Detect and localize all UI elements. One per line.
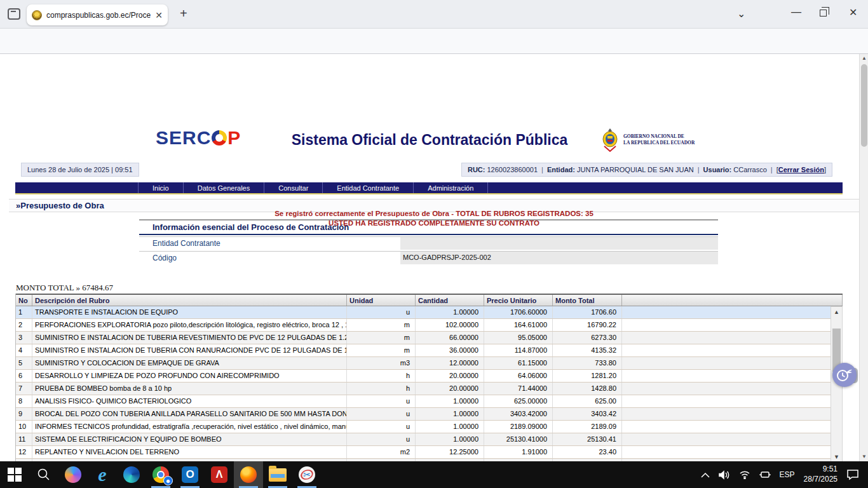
taskbar-search-button[interactable] <box>29 461 58 488</box>
column-header-descripcion-del-rubro[interactable]: Descripción del Rubro <box>32 295 347 306</box>
tab-close-icon[interactable]: ✕ <box>155 10 163 20</box>
table-row[interactable]: 6DESARROLLO Y LIMPIEZA DE POZO PROFUNDO … <box>16 370 843 383</box>
table-row[interactable]: 1TRANSPORTE E INSTALACION DE EQUIPOu1.00… <box>16 306 843 319</box>
taskbar-outlook-button[interactable]: O <box>175 461 205 488</box>
cell-cantidad: 12.00000 <box>416 357 484 369</box>
cell-monto_total: 4135.32 <box>553 344 622 356</box>
start-button[interactable] <box>0 461 29 488</box>
cell-unidad: m <box>347 332 416 344</box>
close-window-button[interactable]: ✕ <box>849 6 857 18</box>
cell-monto_total: 733.80 <box>553 357 622 369</box>
acrobat-icon: Λ <box>211 466 227 483</box>
table-row[interactable]: 11SISTEMA DE ELECTRIFICACION Y EQUIPO DE… <box>16 433 843 446</box>
cell-descripcion: TRANSPORTE E INSTALACION DE EQUIPO <box>32 306 347 318</box>
browser-scrollbar[interactable]: ▲ ▼ <box>859 54 868 461</box>
cell-cantidad: 36.00000 <box>416 344 484 356</box>
cell-filler <box>622 383 843 395</box>
table-row[interactable]: 7PRUEBA DE BOMBEO bomba de 8 a 10 hph20.… <box>16 383 843 395</box>
table-row[interactable]: 2PERFORACIONES EXPLORATORIA pozo piloto,… <box>16 319 843 332</box>
column-header-precio-unitario[interactable]: Precio Unitario <box>484 295 553 306</box>
language-indicator[interactable]: ESP <box>780 470 795 479</box>
cell-unidad: u <box>347 433 416 445</box>
restore-button[interactable] <box>820 8 827 17</box>
column-header-no[interactable]: No <box>16 295 32 306</box>
cell-no: 12 <box>16 446 32 458</box>
menu-item-inicio[interactable]: Inicio <box>138 182 183 193</box>
info-value: MCO-GADPRSJP-2025-002 <box>400 252 718 264</box>
cell-unidad: u <box>347 306 416 318</box>
taskbar-chrome-button[interactable]: ☻ <box>146 461 175 488</box>
tray-chevron-up-icon[interactable] <box>701 472 710 478</box>
table-row[interactable]: 8ANALISIS FISICO- QUIMICO BACTERIOLOGICO… <box>16 395 843 408</box>
cell-unidad: m <box>347 344 416 356</box>
cell-filler <box>622 408 843 420</box>
cell-cantidad: 66.00000 <box>416 332 484 344</box>
minimize-button[interactable]: — <box>791 6 801 18</box>
column-header-monto-total[interactable]: Monto Total <box>553 295 622 306</box>
taskbar-firefox-button[interactable] <box>234 461 263 488</box>
cell-precio_unitario: 164.61000 <box>484 319 553 331</box>
taskbar-ie-button[interactable]: e <box>88 461 117 488</box>
scroll-down-icon[interactable]: ▼ <box>860 452 868 461</box>
table-row[interactable]: 3SUMINISTRO E INSTALACION DE TUBERIA REV… <box>16 332 843 344</box>
datetime-bar: Lunes 28 de Julio de 2025 | 09:51 <box>21 163 139 177</box>
cell-descripcion: REPLANTEO Y NIVELACION DEL TERRENO <box>32 446 347 458</box>
extension-clock-badge[interactable] <box>832 363 857 387</box>
cell-unidad: u <box>347 408 416 420</box>
cell-no: 7 <box>16 383 32 395</box>
cell-precio_unitario: 1706.60000 <box>484 306 553 318</box>
wifi-icon[interactable] <box>739 470 750 479</box>
taskbar-acrobat-button[interactable]: Λ <box>205 461 234 488</box>
cell-unidad: m3 <box>347 357 416 369</box>
table-row[interactable]: 5SUMINISTRO Y COLOCACION DE EMPAQUE DE G… <box>16 357 843 370</box>
column-header-unidad[interactable]: Unidad <box>347 295 416 306</box>
cell-no: 1 <box>16 306 32 318</box>
list-tabs-chevron-icon[interactable]: ⌄ <box>737 8 745 20</box>
menu-item-entidad-contratante[interactable]: Entidad Contratante <box>322 182 413 193</box>
table-row[interactable]: 12REPLANTEO Y NIVELACION DEL TERRENOm212… <box>16 446 843 459</box>
windows-taskbar: e ☻ O Λ ✂ ESP 9:51 28/7/2025 <box>0 461 868 488</box>
cell-no: 9 <box>16 408 32 420</box>
clock[interactable]: 9:51 28/7/2025 <box>804 464 837 484</box>
cell-cantidad: 1.00000 <box>416 433 484 445</box>
info-value <box>400 237 718 250</box>
menu-item-administracion[interactable]: Administración <box>413 182 488 193</box>
column-header-cantidad[interactable]: Cantidad <box>416 295 484 306</box>
new-tab-button[interactable]: + <box>180 6 187 21</box>
table-scroll-up-icon[interactable]: ▲ <box>831 307 842 317</box>
taskbar-explorer-button[interactable] <box>263 461 292 488</box>
cell-unidad: h <box>347 383 416 395</box>
breadcrumb: »Presupuesto de Obra <box>9 201 104 210</box>
table-row[interactable]: 10INFORMES TECNICOS profundidad, estrati… <box>16 421 843 433</box>
table-row[interactable]: 9BROCAL DEL POZO CON TUBERIA ANILLADA PA… <box>16 408 843 421</box>
display-connect-icon[interactable] <box>759 470 771 479</box>
taskbar-edge-button[interactable] <box>117 461 146 488</box>
menu-item-consultar[interactable]: Consultar <box>264 182 322 193</box>
cell-monto_total: 2189.09 <box>553 421 622 433</box>
taskbar-copilot-button[interactable] <box>58 461 88 488</box>
firefox-icon <box>240 466 257 483</box>
scroll-up-icon[interactable]: ▲ <box>860 54 868 63</box>
cell-cantidad: 1.00000 <box>416 306 484 318</box>
cell-descripcion: DESARROLLO Y LIMPIEZA DE POZO PROFUNDO C… <box>32 370 347 382</box>
notification-center-icon[interactable] <box>846 469 859 480</box>
cell-precio_unitario: 3403.42000 <box>484 408 553 420</box>
cell-unidad: u <box>347 395 416 407</box>
tray-date: 28/7/2025 <box>804 475 837 485</box>
scrollbar-thumb[interactable] <box>861 64 867 147</box>
session-bar: RUC: 1260023860001 | Entidad: JUNTA PARR… <box>461 163 832 177</box>
browser-tab[interactable]: compraspublicas.gob.ec/Proce ✕ <box>27 4 168 25</box>
logout-link[interactable]: Cerrar Sesión <box>778 166 824 173</box>
volume-icon[interactable] <box>719 470 730 480</box>
cell-descripcion: ANALISIS FISICO- QUIMICO BACTERIOLOGICO <box>32 395 347 407</box>
firefox-view-icon[interactable] <box>8 8 20 20</box>
table-row[interactable]: 4SUMINISTRO E INSTALACION DE TUBERIA CON… <box>16 344 843 357</box>
taskbar-snipping-button[interactable]: ✂ <box>292 461 322 488</box>
page-title: Sistema Oficial de Contratación Pública <box>0 132 859 149</box>
menu-item-datos-generales[interactable]: Datos Generales <box>183 182 264 193</box>
government-emblem: GOBIERNO NACIONAL DE LA REPUBLICA DEL EC… <box>600 128 695 152</box>
internet-explorer-icon: e <box>98 466 106 483</box>
table-scroll-down-icon[interactable]: ▼ <box>831 452 842 462</box>
success-message-line2: USTED HA REGISTRADO COMPLETAMENTE SU CON… <box>9 219 859 227</box>
cell-precio_unitario: 64.06000 <box>484 370 553 382</box>
